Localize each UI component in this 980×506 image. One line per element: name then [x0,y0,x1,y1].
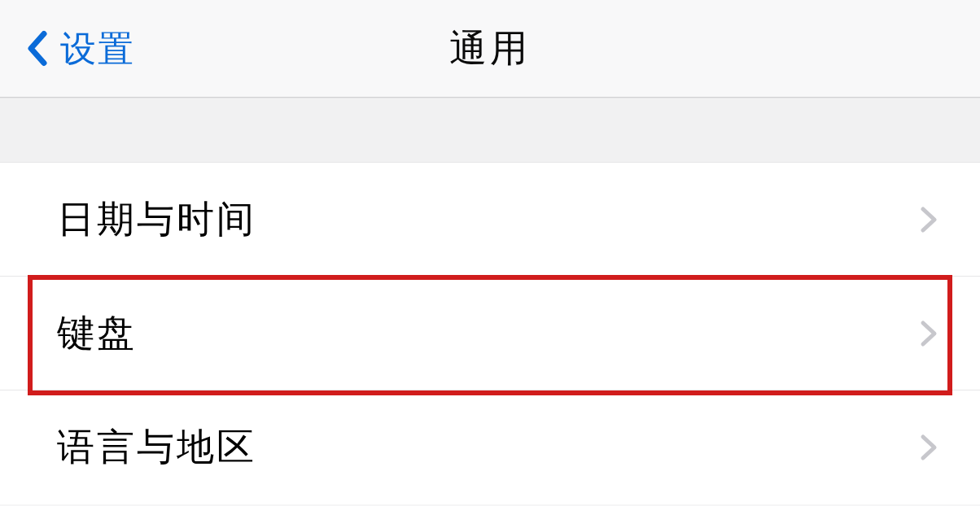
row-language-region[interactable]: 语言与地区 [0,390,980,504]
chevron-right-icon [920,206,939,233]
back-button[interactable]: 设置 [26,24,135,72]
back-button-label: 设置 [60,24,135,72]
page-title: 通用 [0,24,980,74]
row-keyboard[interactable]: 键盘 [0,277,980,390]
chevron-right-icon [920,434,939,461]
settings-list: 日期与时间 键盘 语言与地区 [0,163,980,504]
section-spacer [0,98,980,163]
nav-header: 通用 设置 [0,0,980,98]
row-label: 语言与地区 [57,422,256,473]
row-label: 日期与时间 [57,194,256,245]
row-date-time[interactable]: 日期与时间 [0,163,980,277]
chevron-left-icon [26,31,49,67]
chevron-right-icon [920,320,939,347]
row-label: 键盘 [57,308,137,359]
